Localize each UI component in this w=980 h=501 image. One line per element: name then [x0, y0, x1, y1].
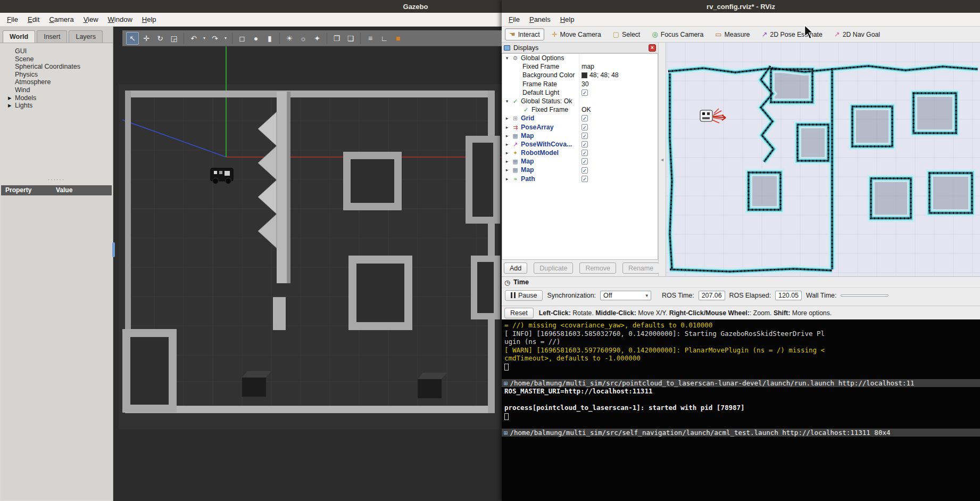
property-value[interactable]: 30 [582, 80, 589, 88]
gazebo-menu-window[interactable]: Window [103, 14, 137, 25]
gazebo-menu-file[interactable]: File [2, 14, 23, 25]
display-row-map[interactable]: ▸▦Map✓ [502, 157, 658, 166]
displays-panel-header[interactable]: Displays × [502, 43, 658, 53]
property-row-background-color[interactable]: Background Color48; 48; 48 [502, 71, 658, 79]
nav-goal-tool-button[interactable]: ↗2D Nav Goal [830, 28, 884, 40]
add-button[interactable]: Add [504, 262, 527, 274]
remove-button[interactable]: Remove [579, 262, 616, 274]
rviz-titlebar[interactable]: rv_config.rviz* - RViz [502, 0, 980, 13]
point-light-button-icon[interactable]: ☀ [283, 32, 296, 45]
gazebo-menu-view[interactable]: View [79, 14, 103, 25]
expand-arrow-icon[interactable]: ▸ [504, 132, 510, 140]
tree-item-wind[interactable]: Wind [0, 86, 113, 94]
tree-item-scene[interactable]: Scene [0, 55, 113, 63]
pause-button[interactable]: Pause [505, 290, 543, 301]
enabled-checkbox[interactable]: ✓ [582, 124, 588, 130]
expand-arrow-icon[interactable]: ▶ [8, 102, 12, 110]
duplicate-button[interactable]: Duplicate [534, 262, 573, 274]
splitter-collapse-icon[interactable]: ◂ [661, 157, 663, 162]
insert-cylinder-button-icon[interactable]: ▮ [263, 32, 276, 45]
enabled-checkbox[interactable]: ✓ [582, 141, 588, 147]
snap-tool-button-icon[interactable]: ∟ [378, 32, 391, 45]
insert-sphere-button-icon[interactable]: ● [250, 32, 262, 45]
interact-tool-button[interactable]: ☚Interact [505, 28, 544, 40]
enabled-checkbox[interactable]: ✓ [582, 133, 588, 139]
ros-time-field[interactable]: 207.06 [699, 291, 725, 300]
tree-item-atmosphere[interactable]: Atmosphere [0, 78, 113, 86]
display-row-path[interactable]: ▸≈Path✓ [502, 175, 658, 183]
splitter-handle[interactable]: ······ [0, 178, 113, 184]
paste-button-icon[interactable]: ❏ [344, 32, 357, 45]
display-row-map[interactable]: ▸▦Map✓ [502, 132, 658, 140]
property-row-fixed-frame[interactable]: Fixed Framemap [502, 62, 658, 71]
expand-arrow-icon[interactable]: ▸ [504, 114, 510, 122]
tree-item-lights[interactable]: ▶Lights [0, 102, 113, 110]
tree-item-gui[interactable]: GUI [0, 47, 113, 55]
gazebo-menu-help[interactable]: Help [137, 14, 161, 25]
rotate-tool-icon[interactable]: ↻ [154, 32, 167, 45]
gazebo-menu-camera[interactable]: Camera [44, 14, 78, 25]
property-row-global-options[interactable]: ▾⚙Global Options [502, 54, 658, 62]
expand-arrow-icon[interactable]: ▸ [504, 166, 510, 174]
gazebo-3d-scene[interactable] [113, 27, 502, 501]
collapse-arrow-icon[interactable]: ▾ [504, 97, 510, 105]
property-row-default-light[interactable]: Default Light✓ [502, 88, 658, 97]
rviz-menu-help[interactable]: Help [555, 14, 579, 25]
measure-tool-button[interactable]: ▭Measure [711, 28, 754, 40]
pose-estimate-tool-button[interactable]: ↗2D Pose Estimate [757, 28, 826, 40]
expand-arrow-icon[interactable]: ▸ [504, 140, 510, 149]
tab-world[interactable]: World [3, 30, 35, 43]
display-row-posewithcova[interactable]: ▸↗PoseWithCova...✓ [502, 140, 658, 149]
gazebo-viewport[interactable]: ↖✛↻◲↶▾↷▾◻●▮☀☼✦❐❏≡∟■ [113, 27, 502, 501]
ros-elapsed-field[interactable]: 120.05 [775, 291, 802, 300]
align-tool-button-icon[interactable]: ≡ [364, 32, 377, 45]
property-value[interactable]: 48; 48; 48 [589, 71, 619, 79]
undo-history-button-icon[interactable]: ▾ [201, 32, 207, 45]
insert-box-button-icon[interactable]: ◻ [236, 32, 248, 45]
collapse-arrow-icon[interactable]: ▾ [504, 54, 510, 62]
tab-layers[interactable]: Layers [69, 30, 103, 43]
enabled-checkbox[interactable]: ✓ [582, 150, 588, 156]
rename-button[interactable]: Rename [622, 262, 659, 274]
display-row-robotmodel[interactable]: ▸✦RobotModel✓ [502, 149, 658, 157]
synchronization-select[interactable]: Off ▾ [600, 291, 651, 300]
panel-splitter-grip[interactable] [112, 242, 115, 257]
enabled-checkbox[interactable]: ✓ [582, 167, 588, 174]
translate-tool-icon[interactable]: ✛ [140, 32, 153, 45]
enabled-checkbox[interactable]: ✓ [582, 89, 588, 96]
directional-light-button-icon[interactable]: ✦ [311, 32, 323, 45]
expand-arrow-icon[interactable]: ▸ [504, 123, 510, 132]
expand-arrow-icon[interactable]: ▸ [504, 149, 510, 157]
display-row-map[interactable]: ▸▦Map✓ [502, 166, 658, 174]
select-tool-icon[interactable]: ↖ [126, 32, 139, 45]
wall-time-field[interactable] [841, 294, 888, 297]
property-table-body[interactable] [1, 195, 112, 500]
tab-insert[interactable]: Insert [37, 30, 67, 43]
gazebo-titlebar[interactable]: Gazebo [0, 0, 502, 13]
spot-light-button-icon[interactable]: ☼ [297, 32, 310, 45]
property-row-frame-rate[interactable]: Frame Rate30 [502, 80, 658, 88]
redo-button-icon[interactable]: ↷ [209, 32, 221, 45]
rviz-menu-file[interactable]: File [504, 14, 525, 25]
property-row-global-status-ok[interactable]: ▾✓Global Status: Ok [502, 97, 658, 105]
undo-button-icon[interactable]: ↶ [187, 32, 200, 45]
gazebo-menu-edit[interactable]: Edit [23, 14, 44, 25]
close-panel-button[interactable]: × [649, 44, 656, 52]
select-tool-button[interactable]: ▢Select [609, 28, 644, 40]
property-row-fixed-frame[interactable]: ✓Fixed FrameOK [502, 105, 658, 114]
tree-item-spherical-coordinates[interactable]: Spherical Coordinates [0, 63, 113, 71]
occupancy-map-view[interactable] [666, 43, 980, 276]
property-value[interactable]: map [582, 62, 594, 71]
expand-arrow-icon[interactable]: ▶ [8, 94, 12, 102]
copy-button-icon[interactable]: ❐ [330, 32, 343, 45]
enabled-checkbox[interactable]: ✓ [582, 115, 588, 121]
tree-item-physics[interactable]: Physics [0, 71, 113, 79]
display-row-posearray[interactable]: ▸⇉PoseArray✓ [502, 123, 658, 132]
display-row-grid[interactable]: ▸⊞Grid✓ [502, 114, 658, 122]
enabled-checkbox[interactable]: ✓ [582, 176, 588, 182]
property-value[interactable]: OK [582, 105, 591, 114]
view-angle-button-icon[interactable]: ■ [392, 32, 404, 45]
focus-camera-tool-button[interactable]: ◎Focus Camera [647, 28, 708, 40]
enabled-checkbox[interactable]: ✓ [582, 158, 588, 165]
time-panel-header[interactable]: ◷ Time [502, 277, 980, 288]
